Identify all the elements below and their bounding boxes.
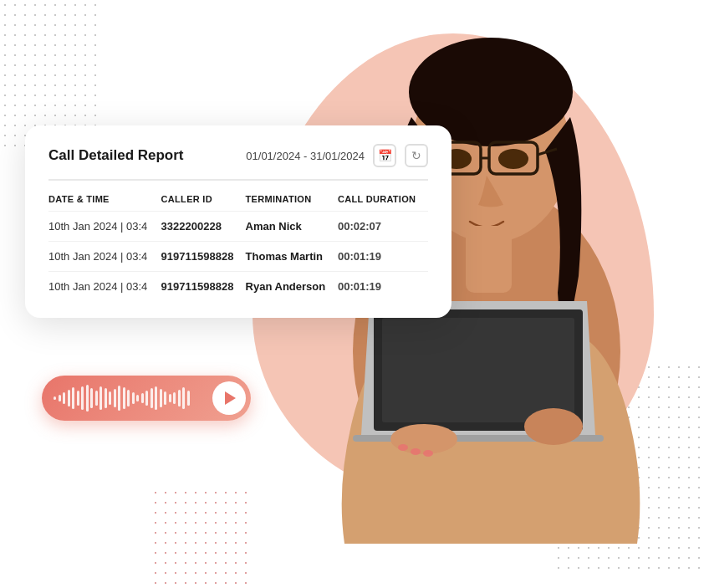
cell-termination-0: Aman Nick xyxy=(246,211,338,241)
waveform-bar xyxy=(136,395,139,401)
waveform-bar xyxy=(99,386,102,410)
waveform-bar xyxy=(118,386,120,411)
cell-datetime-0: 10th Jan 2024 | 03:4 xyxy=(48,211,161,241)
waveform-bar xyxy=(63,392,65,404)
col-caller-id: CALLER ID xyxy=(161,189,246,212)
waveform-bar xyxy=(141,393,144,403)
waveform-bar xyxy=(105,388,107,408)
waveform-bar xyxy=(182,387,185,409)
report-header: Call Detailed Report 01/01/2024 - 31/01/… xyxy=(48,144,428,167)
svg-point-15 xyxy=(524,408,583,445)
waveform xyxy=(54,385,204,412)
svg-point-18 xyxy=(423,450,433,457)
waveform-bar xyxy=(155,386,157,410)
waveform-bar xyxy=(145,391,148,406)
cell-termination-2: Ryan Anderson xyxy=(246,271,338,301)
table-row: 10th Jan 2024 | 03:4 919711598828 Ryan A… xyxy=(48,271,428,301)
waveform-bar xyxy=(86,385,89,412)
svg-point-17 xyxy=(411,448,421,455)
calendar-icon[interactable]: 📅 xyxy=(373,144,396,167)
report-table: DATE & TIME CALLER ID TERMINATION CALL D… xyxy=(48,189,428,301)
audio-player xyxy=(42,376,251,421)
waveform-bar xyxy=(160,389,162,407)
waveform-bar xyxy=(114,389,116,407)
cell-caller-id-1: 919711598828 xyxy=(161,241,246,271)
cell-datetime-1: 10th Jan 2024 | 03:4 xyxy=(48,241,161,271)
waveform-bar xyxy=(169,394,171,402)
cell-duration-0: 00:02:07 xyxy=(338,211,428,241)
cell-caller-id-2: 919711598828 xyxy=(161,271,246,301)
cell-termination-1: Thomas Martin xyxy=(246,241,338,271)
refresh-icon[interactable]: ↻ xyxy=(405,144,428,167)
play-button[interactable] xyxy=(212,381,246,415)
cell-datetime-2: 10th Jan 2024 | 03:4 xyxy=(48,271,161,301)
report-card: Call Detailed Report 01/01/2024 - 31/01/… xyxy=(25,125,451,318)
waveform-bar xyxy=(68,390,70,406)
svg-rect-13 xyxy=(382,318,574,422)
waveform-bar xyxy=(123,387,125,409)
svg-rect-10 xyxy=(466,226,512,293)
waveform-bar xyxy=(72,387,74,409)
waveform-bar xyxy=(109,391,111,405)
col-termination: TERMINATION xyxy=(246,189,338,212)
waveform-bar xyxy=(132,392,135,404)
waveform-bar xyxy=(81,386,84,410)
waveform-bar xyxy=(173,392,176,404)
table-header-row: DATE & TIME CALLER ID TERMINATION CALL D… xyxy=(48,189,428,212)
waveform-bar xyxy=(150,388,153,408)
cell-duration-1: 00:01:19 xyxy=(338,241,428,271)
waveform-bar xyxy=(187,391,190,406)
report-title: Call Detailed Report xyxy=(48,147,184,164)
table-row: 10th Jan 2024 | 03:4 3322200228 Aman Nic… xyxy=(48,211,428,241)
waveform-bar xyxy=(77,391,79,406)
waveform-bar xyxy=(90,388,93,408)
waveform-bar xyxy=(54,396,56,400)
cell-duration-2: 00:01:19 xyxy=(338,271,428,301)
waveform-bar xyxy=(127,390,130,406)
date-range-text: 01/01/2024 - 31/01/2024 xyxy=(246,150,365,162)
dots-bottomleft-decoration xyxy=(150,488,251,588)
table-row: 10th Jan 2024 | 03:4 919711598828 Thomas… xyxy=(48,241,428,271)
waveform-bar xyxy=(59,395,61,401)
cell-caller-id-0: 3322200228 xyxy=(161,211,246,241)
col-datetime: DATE & TIME xyxy=(48,189,161,212)
waveform-bar xyxy=(164,391,166,405)
date-range-container: 01/01/2024 - 31/01/2024 📅 ↻ xyxy=(246,144,428,167)
play-icon xyxy=(225,391,236,405)
header-divider xyxy=(48,179,428,181)
waveform-bar xyxy=(95,391,98,406)
col-duration: CALL DURATION xyxy=(338,189,428,212)
svg-point-16 xyxy=(398,444,408,451)
svg-point-9 xyxy=(498,149,528,169)
waveform-bar xyxy=(178,390,181,406)
